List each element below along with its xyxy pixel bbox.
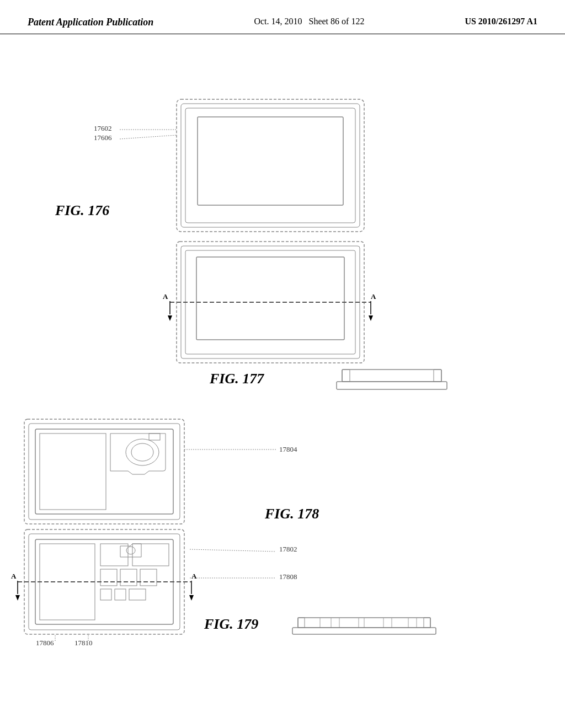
- svg-text:17810: 17810: [74, 639, 93, 647]
- svg-marker-51: [189, 595, 194, 601]
- svg-rect-39: [120, 569, 137, 586]
- sheet-info: Sheet 86 of 122: [309, 17, 365, 26]
- svg-rect-2: [185, 108, 355, 223]
- svg-rect-19: [342, 370, 441, 382]
- svg-rect-40: [140, 569, 157, 586]
- svg-marker-48: [15, 595, 20, 601]
- svg-rect-21: [434, 370, 441, 382]
- svg-text:FIG. 176: FIG. 176: [55, 202, 109, 218]
- svg-text:A: A: [371, 292, 376, 301]
- svg-text:A: A: [163, 292, 168, 301]
- publication-title: Patent Application Publication: [28, 17, 153, 28]
- svg-text:FIG. 179: FIG. 179: [204, 616, 258, 632]
- svg-rect-20: [342, 370, 350, 382]
- svg-line-73: [190, 549, 276, 552]
- svg-text:17804: 17804: [279, 445, 297, 453]
- svg-rect-37: [132, 544, 169, 566]
- publication-number: US 2010/261297 A1: [465, 17, 537, 26]
- svg-rect-3: [198, 117, 343, 205]
- svg-rect-38: [100, 569, 117, 586]
- svg-rect-29: [149, 433, 160, 440]
- svg-text:A: A: [11, 572, 17, 580]
- svg-text:17808: 17808: [279, 572, 297, 581]
- svg-rect-65: [292, 628, 436, 634]
- svg-line-5: [120, 135, 177, 139]
- svg-text:A: A: [191, 572, 197, 580]
- publication-date-sheet: Oct. 14, 2010 Sheet 86 of 122: [254, 17, 364, 26]
- svg-rect-55: [424, 618, 430, 628]
- svg-text:17606: 17606: [94, 133, 112, 142]
- svg-rect-22: [337, 382, 447, 389]
- svg-rect-43: [129, 589, 146, 600]
- svg-point-28: [131, 443, 153, 461]
- svg-text:FIG. 177: FIG. 177: [209, 371, 264, 387]
- svg-rect-1: [181, 104, 360, 227]
- svg-rect-10: [196, 257, 344, 340]
- svg-marker-14: [168, 315, 172, 321]
- svg-rect-26: [40, 433, 106, 510]
- page-header: Patent Application Publication Oct. 14, …: [0, 0, 565, 34]
- svg-text:17602: 17602: [94, 124, 112, 132]
- svg-marker-17: [369, 315, 373, 321]
- svg-rect-0: [177, 99, 364, 232]
- svg-point-27: [126, 439, 159, 465]
- svg-rect-24: [29, 424, 180, 520]
- publication-date: Oct. 14, 2010: [254, 17, 302, 26]
- svg-text:FIG. 178: FIG. 178: [264, 506, 319, 522]
- main-diagram: FIG. 176 A A FIG. 177 FIG. 178: [0, 44, 565, 728]
- svg-rect-41: [100, 589, 111, 600]
- svg-rect-36: [100, 544, 128, 566]
- svg-text:17802: 17802: [279, 545, 297, 553]
- svg-text:17806: 17806: [36, 639, 54, 647]
- svg-rect-54: [298, 618, 305, 628]
- svg-point-44: [126, 547, 135, 554]
- svg-rect-42: [115, 589, 126, 600]
